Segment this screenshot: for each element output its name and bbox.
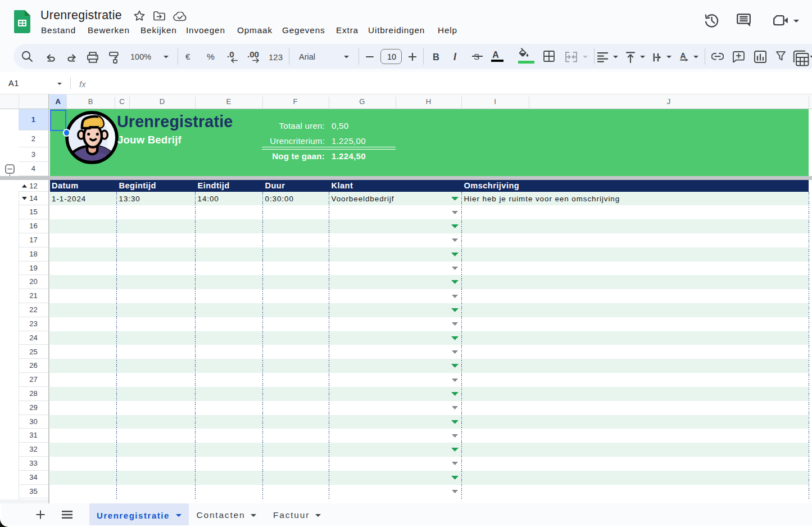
svg-text:A: A xyxy=(680,52,686,60)
